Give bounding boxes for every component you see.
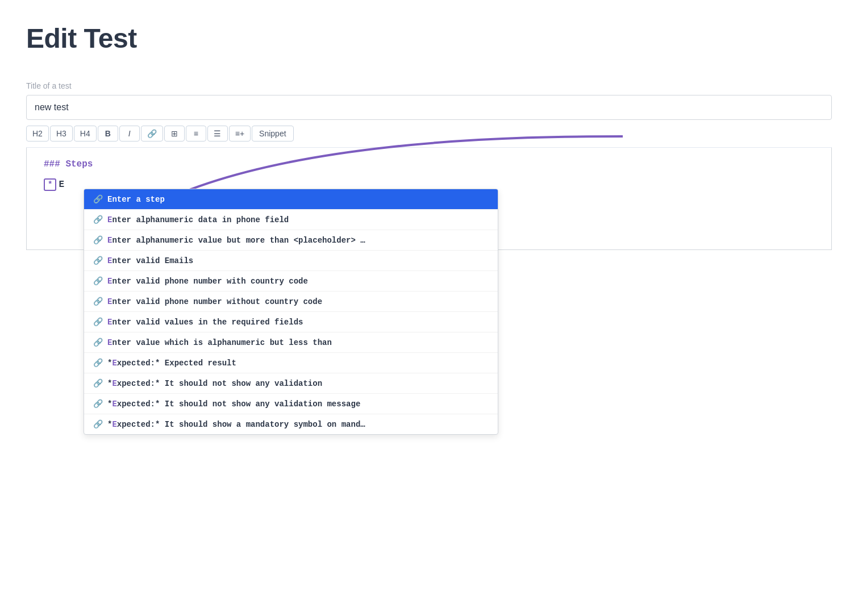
- title-field-label: Title of a test: [26, 81, 832, 90]
- bullet-marker: *: [44, 178, 56, 191]
- snippet-icon-11: 🔗: [93, 419, 103, 429]
- dropdown-item-8[interactable]: 🔗 *Expected:* Expected result: [84, 353, 498, 373]
- dropdown-item-text-6: Enter valid values in the required field…: [107, 318, 303, 327]
- dropdown-item-5[interactable]: 🔗 Enter valid phone number without count…: [84, 292, 498, 312]
- dropdown-item-7[interactable]: 🔗 Enter value which is alphanumeric but …: [84, 332, 498, 353]
- dropdown-item-1[interactable]: 🔗 Enter alphanumeric data in phone field: [84, 210, 498, 230]
- snippet-icon-8: 🔗: [93, 358, 103, 368]
- autocomplete-dropdown[interactable]: 🔗 Enter a step 🔗 Enter alphanumeric data…: [84, 189, 498, 435]
- unordered-list-btn[interactable]: ☰: [207, 126, 228, 141]
- snippet-icon-4: 🔗: [93, 276, 103, 286]
- dropdown-item-text-1: Enter alphanumeric data in phone field: [107, 215, 289, 224]
- h4-btn[interactable]: H4: [74, 126, 97, 141]
- snippet-icon-1: 🔗: [93, 215, 103, 224]
- dropdown-item-9[interactable]: 🔗 *Expected:* It should not show any val…: [84, 373, 498, 394]
- snippet-icon-5: 🔗: [93, 297, 103, 306]
- table-btn[interactable]: ⊞: [164, 126, 185, 141]
- dropdown-item-text-4: Enter valid phone number with country co…: [107, 277, 308, 286]
- dropdown-item-text-2: Enter alphanumeric value but more than <…: [107, 236, 365, 245]
- snippet-btn[interactable]: Snippet: [252, 126, 293, 141]
- editor-toolbar: H2 H3 H4 B I 🔗 ⊞ ≡ ☰ ≡+ Snippet: [26, 120, 832, 148]
- snippet-icon-7: 🔗: [93, 338, 103, 347]
- h2-btn[interactable]: H2: [26, 126, 49, 141]
- dropdown-item-text-9: *Expected:* It should not show any valid…: [107, 379, 322, 388]
- bold-btn[interactable]: B: [98, 126, 118, 141]
- dropdown-item-3[interactable]: 🔗 Enter valid Emails: [84, 251, 498, 271]
- dropdown-item-text-3: Enter valid Emails: [107, 256, 193, 265]
- snippet-icon-3: 🔗: [93, 256, 103, 265]
- snippet-icon-2: 🔗: [93, 235, 103, 245]
- cursor-text: E: [59, 180, 64, 190]
- title-input[interactable]: [26, 95, 832, 120]
- steps-heading: ### Steps: [44, 159, 820, 169]
- page-title: Edit Test: [26, 23, 832, 54]
- dropdown-item-0[interactable]: 🔗 Enter a step: [84, 189, 498, 210]
- dropdown-item-11[interactable]: 🔗 *Expected:* It should show a mandatory…: [84, 414, 498, 434]
- dropdown-item-2[interactable]: 🔗 Enter alphanumeric value but more than…: [84, 230, 498, 251]
- h3-btn[interactable]: H3: [50, 126, 73, 141]
- italic-btn[interactable]: I: [119, 126, 140, 141]
- snippet-icon-9: 🔗: [93, 378, 103, 388]
- dropdown-item-text-0: Enter a step: [107, 195, 165, 204]
- snippet-icon-10: 🔗: [93, 399, 103, 409]
- dropdown-item-4[interactable]: 🔗 Enter valid phone number with country …: [84, 271, 498, 292]
- dropdown-item-text-7: Enter value which is alphanumeric but le…: [107, 338, 332, 347]
- dropdown-item-text-8: *Expected:* Expected result: [107, 359, 236, 368]
- dropdown-item-text-5: Enter valid phone number without country…: [107, 297, 322, 306]
- snippet-icon-6: 🔗: [93, 317, 103, 327]
- link-btn[interactable]: 🔗: [141, 126, 163, 141]
- indent-btn[interactable]: ≡+: [229, 126, 251, 141]
- ordered-list-btn[interactable]: ≡: [186, 126, 206, 141]
- dropdown-item-text-10: *Expected:* It should not show any valid…: [107, 399, 360, 409]
- dropdown-item-text-11: *Expected:* It should show a mandatory s…: [107, 420, 365, 429]
- dropdown-item-10[interactable]: 🔗 *Expected:* It should not show any val…: [84, 394, 498, 414]
- snippet-icon-0: 🔗: [93, 194, 103, 204]
- editor-area[interactable]: ### Steps * E 🔗 Enter a step 🔗 Enter alp…: [26, 148, 832, 250]
- dropdown-item-6[interactable]: 🔗 Enter valid values in the required fie…: [84, 312, 498, 332]
